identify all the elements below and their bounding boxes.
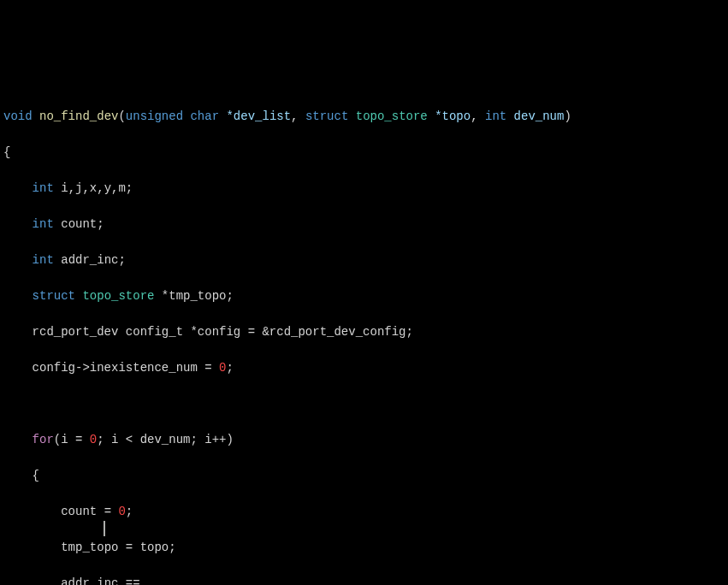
code-line: for(i = 0; i < dev_num; i++) [3,431,725,449]
number-literal: 0 [118,505,125,518]
code-line [3,395,725,413]
param-type: unsigned char [126,109,219,123]
code-line: tmp_topo = topo; [3,539,725,557]
param-name: dev_num [514,109,565,123]
semicolon: ; [126,505,133,518]
param-name: *dev_list [226,109,291,123]
number-literal: 0 [90,433,97,446]
keyword-int: int [33,217,54,231]
var-list: i,j,x,y,m; [61,181,133,195]
code-line: int addr_inc; [3,251,725,269]
function-name: no_find_dev [39,109,118,123]
statement: rcd_port_dev config_t *config = &rcd_por… [33,325,413,339]
struct-type: topo_store [82,289,154,303]
struct-type: topo_store [356,109,428,123]
statement: addr_inc == [61,576,139,585]
var-name: *tmp_topo; [162,289,234,303]
keyword-void: void [3,109,33,123]
code-line: { [3,144,725,162]
keyword-struct: struct [305,109,348,123]
statement: config->inexistence_num = [33,361,219,375]
for-init: (i = [54,433,90,446]
code-line: config->inexistence_num = 0; [3,359,725,377]
text-cursor [104,521,105,536]
code-editor[interactable]: void no_find_dev(unsigned char *dev_list… [3,72,725,585]
code-line: int i,j,x,y,m; [3,180,725,198]
var-name: addr_inc; [61,253,126,267]
keyword-int: int [33,181,54,195]
var-name: count; [61,217,104,231]
code-line: addr_inc == [3,575,725,585]
statement: count = [61,505,118,518]
for-cond: ; i < dev_num; i++) [97,433,234,446]
code-line: count = 0; [3,503,725,521]
code-line: { [3,467,725,485]
statement: tmp_topo = topo; [61,541,175,554]
code-line: struct topo_store *tmp_topo; [3,287,725,305]
semicolon: ; [226,361,233,375]
keyword-struct: struct [33,289,75,303]
keyword-int: int [33,253,54,267]
param-type: int [485,109,506,123]
code-line: int count; [3,216,725,233]
param-name: *topo [435,109,471,123]
keyword-for: for [33,433,54,446]
code-line: void no_find_dev(unsigned char *dev_list… [3,108,725,126]
brace: { [33,469,39,482]
code-line: rcd_port_dev config_t *config = &rcd_por… [3,323,725,341]
